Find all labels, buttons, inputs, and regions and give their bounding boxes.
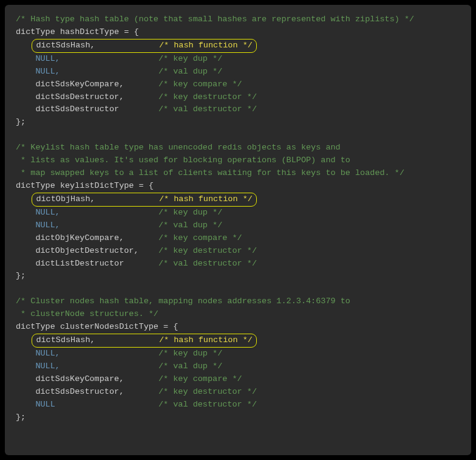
code-line: /* Keylist hash table type has unencoded… bbox=[16, 142, 460, 154]
comment-text: * lists as values. It's used for blockin… bbox=[16, 156, 350, 165]
member-comment: /* val destructor */ bbox=[158, 400, 257, 409]
code-line: dictListDestructor /* val destructor */ bbox=[16, 258, 460, 270]
member-name: NULL, bbox=[35, 362, 60, 371]
code-line: }; bbox=[16, 411, 460, 424]
member-name: NULL, bbox=[35, 221, 60, 230]
comment-text: * clusterNode structures. */ bbox=[16, 309, 158, 318]
member-comment: /* key compare */ bbox=[158, 80, 242, 89]
close-brace: }; bbox=[16, 271, 25, 280]
member-comment: /* key compare */ bbox=[158, 233, 242, 242]
member-name: NULL bbox=[35, 400, 55, 409]
member-name: dictSdsDestructor bbox=[35, 105, 119, 114]
code-line: dictSdsHash, /* hash function */ bbox=[16, 334, 460, 348]
code-line: NULL, /* key dup */ bbox=[16, 53, 460, 66]
member-name: dictObjKeyCompare, bbox=[35, 233, 124, 242]
code-line: NULL, /* val dup */ bbox=[16, 360, 460, 373]
code-line: dictSdsKeyCompare, /* key compare */ bbox=[16, 78, 460, 91]
member-name: dictSdsHash, bbox=[36, 335, 95, 345]
member-comment: /* key dup */ bbox=[158, 349, 222, 358]
code-line: NULL, /* key dup */ bbox=[16, 207, 460, 219]
member-name: dictObjHash, bbox=[36, 194, 95, 204]
member-name: NULL, bbox=[35, 349, 60, 358]
decl-text: dictType hashDictType = { bbox=[16, 27, 139, 36]
member-comment: /* key destructor */ bbox=[158, 246, 257, 255]
code-line: dictSdsHash, /* hash function */ bbox=[16, 39, 460, 53]
member-name: dictSdsDestructor, bbox=[35, 387, 124, 396]
close-brace: }; bbox=[16, 413, 25, 422]
code-line: NULL, /* key dup */ bbox=[16, 348, 460, 360]
code-block: /* Hash type hash table (note that small… bbox=[5, 5, 471, 455]
code-line: dictSdsDestructor /* val destructor */ bbox=[16, 103, 460, 116]
code-line: * clusterNode structures. */ bbox=[16, 308, 460, 321]
member-comment: /* hash function */ bbox=[159, 194, 253, 204]
code-line: dictSdsDestructor, /* key destructor */ bbox=[16, 386, 460, 399]
code-line: /* Hash type hash table (note that small… bbox=[16, 13, 460, 26]
code-line: dictObjHash, /* hash function */ bbox=[16, 193, 460, 207]
comment-text: /* Keylist hash table type has unencoded… bbox=[16, 143, 341, 152]
member-name: dictListDestructor bbox=[35, 259, 124, 268]
code-line: /* Cluster nodes hash table, mapping nod… bbox=[16, 295, 460, 308]
code-line: NULL, /* val dup */ bbox=[16, 66, 460, 78]
member-comment: /* val dup */ bbox=[158, 362, 222, 371]
member-comment: /* key destructor */ bbox=[158, 387, 257, 396]
member-name: dictSdsDestructor, bbox=[35, 92, 124, 101]
highlight-box: dictSdsHash, /* hash function */ bbox=[32, 334, 256, 348]
close-brace: }; bbox=[16, 117, 25, 126]
member-comment: /* key dup */ bbox=[158, 208, 222, 217]
member-comment: /* val dup */ bbox=[158, 221, 222, 230]
decl-text: dictType clusterNodesDictType = { bbox=[16, 322, 178, 331]
code-line bbox=[16, 129, 460, 142]
member-name: dictObjectDestructor, bbox=[35, 246, 138, 255]
member-comment: /* key destructor */ bbox=[158, 92, 257, 101]
member-name: NULL, bbox=[35, 67, 60, 76]
code-line: dictSdsDestructor, /* key destructor */ bbox=[16, 91, 460, 104]
member-comment: /* key compare */ bbox=[158, 374, 242, 383]
code-line: dictSdsKeyCompare, /* key compare */ bbox=[16, 373, 460, 386]
member-comment: /* hash function */ bbox=[159, 41, 253, 50]
member-name: NULL, bbox=[35, 208, 60, 217]
member-name: dictSdsHash, bbox=[36, 41, 95, 50]
member-comment: /* key dup */ bbox=[158, 54, 222, 63]
code-line: dictObjectDestructor, /* key destructor … bbox=[16, 245, 460, 258]
highlight-box: dictObjHash, /* hash function */ bbox=[32, 193, 256, 207]
member-comment: /* hash function */ bbox=[159, 335, 253, 345]
comment-text: * map swapped keys to a list of clients … bbox=[16, 168, 404, 177]
code-line: dictType keylistDictType = { bbox=[16, 180, 460, 193]
comment-text: /* Cluster nodes hash table, mapping nod… bbox=[16, 297, 350, 306]
highlight-box: dictSdsHash, /* hash function */ bbox=[32, 39, 256, 53]
code-line bbox=[16, 283, 460, 295]
code-line: }; bbox=[16, 270, 460, 283]
member-comment: /* val destructor */ bbox=[158, 105, 257, 114]
code-line: * map swapped keys to a list of clients … bbox=[16, 167, 460, 180]
code-line: NULL /* val destructor */ bbox=[16, 399, 460, 411]
member-name: dictSdsKeyCompare, bbox=[35, 374, 124, 383]
code-line: * lists as values. It's used for blockin… bbox=[16, 154, 460, 167]
code-line: dictType clusterNodesDictType = { bbox=[16, 321, 460, 334]
code-line: dictObjKeyCompare, /* key compare */ bbox=[16, 232, 460, 245]
code-line: }; bbox=[16, 116, 460, 129]
member-comment: /* val destructor */ bbox=[158, 259, 257, 268]
member-comment: /* val dup */ bbox=[158, 67, 222, 76]
member-name: NULL, bbox=[35, 54, 60, 63]
decl-text: dictType keylistDictType = { bbox=[16, 181, 154, 190]
comment-text: /* Hash type hash table (note that small… bbox=[16, 15, 414, 24]
member-name: dictSdsKeyCompare, bbox=[35, 80, 124, 89]
code-line: dictType hashDictType = { bbox=[16, 26, 460, 39]
code-line: NULL, /* val dup */ bbox=[16, 219, 460, 232]
